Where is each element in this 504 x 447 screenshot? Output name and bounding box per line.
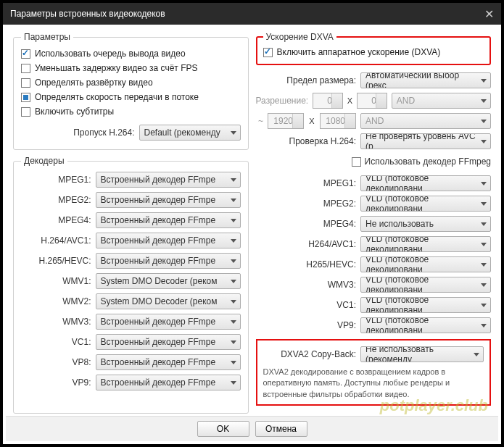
lbl-enable-subs: Включить субтитры (35, 106, 114, 117)
titlebar: Параметры встроенных видеокодеков ✕ (3, 3, 501, 25)
decoder-select-5[interactable]: System DMO Decoder (реком (96, 273, 241, 289)
dxva-group: Ускорение DXVA Включить аппаратное ускор… (256, 32, 492, 65)
chk-use-ffmpeg[interactable] (352, 157, 361, 167)
decoders-group: Декодеры MPEG1:Встроенный декодер FFmpeM… (13, 156, 249, 414)
chk-use-queue[interactable] (21, 49, 30, 59)
and1-select[interactable]: AND (392, 93, 491, 109)
close-icon[interactable]: ✕ (484, 7, 494, 21)
dxva-decoder-select-5[interactable]: VLD (потоковое декодировани (360, 277, 491, 293)
decoder-select-0[interactable]: Встроенный декодер FFmpe (96, 172, 241, 188)
dxva-decoder-label-2: MPEG4: (256, 219, 357, 229)
copyback-label: DXVA2 Copy-Back: (263, 349, 357, 359)
lbl-use-ffmpeg: Использовать декодер FFmpeg (365, 156, 491, 167)
dxva-decoder-label-6: VC1: (256, 300, 357, 310)
size-limit-select[interactable]: Автоматический выбор (рекс (360, 72, 491, 88)
chk-reduce-delay[interactable] (21, 64, 30, 73)
res-h2[interactable]: 1080 (320, 113, 356, 129)
decoder-label-6: WMV2: (21, 296, 91, 306)
decoder-label-1: MPEG2: (21, 195, 91, 205)
copyback-select[interactable]: Не использовать (рекоменду (360, 346, 484, 362)
res-h1[interactable]: 0 (357, 93, 387, 109)
decoder-label-4: H.265/HEVC: (21, 256, 91, 266)
decoder-label-7: WMV3: (21, 317, 91, 327)
dxva-decoder-select-1[interactable]: VLD (потоковое декодировани (360, 196, 491, 212)
decoders-legend: Декодеры (21, 156, 67, 166)
res-w2[interactable]: 1920 (268, 113, 304, 129)
chk-enable-subs[interactable] (21, 107, 30, 117)
dxva-decoder-label-5: WMV3: (256, 280, 357, 290)
lbl-detect-bitrate: Определять скорость передачи в потоке (35, 92, 199, 102)
tilde-label: ~ (256, 116, 264, 126)
dxva-decoder-label-4: H265/HEVC: (256, 259, 357, 270)
resolution-label: Разрешение: (256, 96, 309, 106)
decoder-select-10[interactable]: Встроенный декодер FFmpe (96, 375, 241, 390)
lbl-reduce-delay: Уменьшать задержку видео за счёт FPS (35, 63, 198, 73)
decoder-select-8[interactable]: Встроенный декодер FFmpe (96, 334, 241, 350)
copyback-desc: DXVA2 декодирование с возвращением кадро… (263, 367, 484, 400)
dxva-decoder-select-4[interactable]: VLD (потоковое декодировани (360, 256, 491, 272)
decoder-select-2[interactable]: Встроенный декодер FFmpe (96, 212, 241, 228)
dxva-decoder-select-6[interactable]: VLD (потоковое декодировани (360, 297, 491, 313)
params-group: Параметры Использовать очередь вывода ви… (13, 32, 249, 150)
chk-enable-dxva[interactable] (263, 48, 273, 57)
decoder-select-6[interactable]: System DMO Decoder (реком (96, 293, 241, 309)
decoder-label-0: MPEG1: (21, 175, 91, 185)
lbl-use-queue: Использовать очередь вывода видео (35, 49, 186, 59)
decoder-label-9: VP8: (21, 357, 91, 367)
chk-detect-scan[interactable] (21, 78, 30, 88)
decoder-select-9[interactable]: Встроенный декодер FFmpe (96, 354, 241, 370)
decoder-select-4[interactable]: Встроенный декодер FFmpe (96, 253, 241, 269)
dxva-decoder-select-2[interactable]: Не использовать (360, 216, 491, 232)
dxva-decoder-label-7: VP9: (256, 320, 357, 330)
and2-select[interactable]: AND (360, 113, 491, 129)
size-limit-label: Предел размера: (256, 75, 357, 85)
ok-button[interactable]: OK (197, 421, 249, 437)
dxva-decoder-label-1: MPEG2: (256, 199, 357, 209)
h264-check-label: Проверка H.264: (256, 136, 357, 146)
decoder-label-10: VP9: (21, 377, 91, 388)
decoder-select-1[interactable]: Встроенный декодер FFmpe (96, 192, 241, 208)
params-legend: Параметры (21, 32, 73, 42)
cancel-button[interactable]: Отмена (255, 421, 307, 437)
decoder-select-7[interactable]: Встроенный декодер FFmpe (96, 314, 241, 330)
decoder-label-8: VC1: (21, 337, 91, 347)
dxva-decoder-select-3[interactable]: VLD (потоковое декодировани (360, 236, 491, 252)
h264-check-select[interactable]: Не проверять уровень AVC (р (360, 133, 491, 149)
res-w1[interactable]: 0 (313, 93, 343, 109)
h264-skip-select[interactable]: Default (рекоменду (139, 125, 241, 141)
decoder-label-2: MPEG4: (21, 215, 91, 225)
decoder-label-5: WMV1: (21, 276, 91, 286)
window-title: Параметры встроенных видеокодеков (10, 9, 484, 19)
dxva-legend: Ускорение DXVA (263, 32, 336, 42)
dxva-decoder-select-0[interactable]: VLD (потоковое декодировани (360, 175, 491, 191)
dxva-decoder-select-7[interactable]: VLD (потоковое декодировани (360, 317, 491, 333)
dxva-decoder-label-3: H264/AVC1: (256, 239, 357, 249)
h264-skip-label: Пропуск H.264: (21, 128, 135, 138)
decoder-label-3: H.264/AVC1: (21, 235, 91, 246)
lbl-detect-scan: Определять развёртку видео (35, 78, 153, 88)
chk-detect-bitrate[interactable] (21, 93, 30, 102)
dxva-decoder-label-0: MPEG1: (256, 178, 357, 188)
lbl-enable-dxva: Включить аппаратное ускорение (DXVA) (277, 47, 441, 57)
decoder-select-3[interactable]: Встроенный декодер FFmpe (96, 233, 241, 248)
